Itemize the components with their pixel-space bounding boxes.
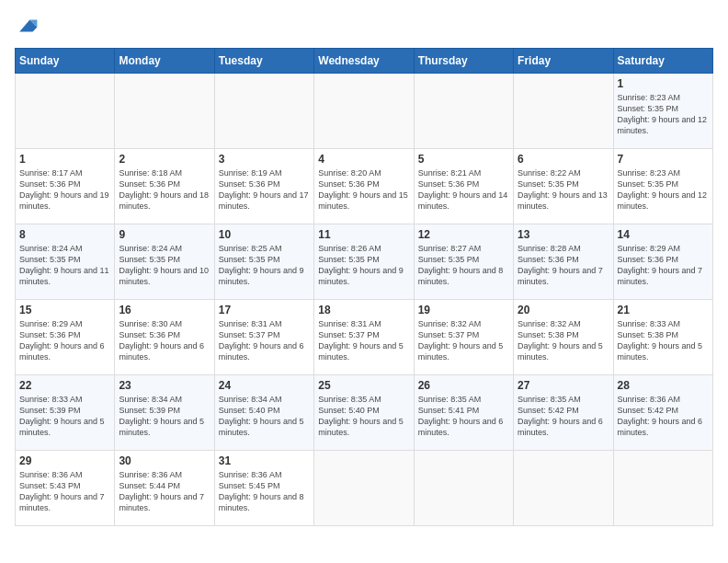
calendar-week-row: 22Sunrise: 8:33 AMSunset: 5:39 PMDayligh… (16, 375, 713, 451)
cell-info: Sunrise: 8:24 AMSunset: 5:35 PMDaylight:… (19, 243, 110, 288)
page-header (15, 15, 713, 37)
day-number: 23 (119, 379, 210, 392)
calendar-cell: 28Sunrise: 8:36 AMSunset: 5:42 PMDayligh… (613, 375, 712, 451)
day-number: 15 (19, 304, 110, 316)
day-header: Wednesday (314, 49, 414, 74)
day-number: 31 (219, 454, 310, 467)
calendar-cell: 23Sunrise: 8:34 AMSunset: 5:39 PMDayligh… (115, 375, 214, 451)
calendar-cell: 20Sunrise: 8:32 AMSunset: 5:38 PMDayligh… (514, 300, 613, 375)
day-number: 29 (19, 454, 110, 467)
calendar-cell (414, 74, 513, 149)
day-number: 27 (518, 379, 609, 392)
calendar-cell: 18Sunrise: 8:31 AMSunset: 5:37 PMDayligh… (314, 300, 414, 375)
day-number: 26 (418, 379, 509, 392)
day-number: 3 (219, 153, 310, 166)
day-number: 20 (518, 304, 609, 316)
calendar-cell: 13Sunrise: 8:28 AMSunset: 5:36 PMDayligh… (514, 224, 613, 300)
calendar-cell: 14Sunrise: 8:29 AMSunset: 5:36 PMDayligh… (613, 224, 712, 300)
day-header: Sunday (16, 49, 115, 74)
cell-info: Sunrise: 8:25 AMSunset: 5:35 PMDaylight:… (219, 243, 310, 288)
day-number: 10 (219, 228, 310, 241)
logo-icon (17, 15, 39, 37)
calendar-cell: 21Sunrise: 8:33 AMSunset: 5:38 PMDayligh… (613, 300, 712, 375)
day-number: 18 (318, 304, 409, 316)
calendar-cell (314, 74, 414, 149)
calendar-cell: 27Sunrise: 8:35 AMSunset: 5:42 PMDayligh… (514, 375, 613, 451)
calendar-cell (414, 451, 513, 526)
cell-info: Sunrise: 8:35 AMSunset: 5:42 PMDaylight:… (518, 394, 609, 439)
day-number: 24 (219, 379, 310, 392)
day-header: Friday (514, 49, 613, 74)
calendar-cell: 17Sunrise: 8:31 AMSunset: 5:37 PMDayligh… (214, 300, 313, 375)
day-number: 11 (318, 228, 409, 241)
day-number: 17 (219, 304, 310, 316)
calendar-cell: 7Sunrise: 8:23 AMSunset: 5:35 PMDaylight… (613, 149, 712, 224)
calendar-cell (115, 74, 214, 149)
day-number: 28 (618, 379, 709, 392)
calendar-cell: 19Sunrise: 8:32 AMSunset: 5:37 PMDayligh… (414, 300, 513, 375)
calendar-cell: 22Sunrise: 8:33 AMSunset: 5:39 PMDayligh… (16, 375, 115, 451)
calendar-cell (514, 451, 613, 526)
calendar-week-row: 15Sunrise: 8:29 AMSunset: 5:36 PMDayligh… (16, 300, 713, 375)
calendar-cell: 4Sunrise: 8:20 AMSunset: 5:36 PMDaylight… (314, 149, 414, 224)
cell-info: Sunrise: 8:18 AMSunset: 5:36 PMDaylight:… (119, 167, 210, 213)
calendar-cell: 15Sunrise: 8:29 AMSunset: 5:36 PMDayligh… (16, 300, 115, 375)
calendar-cell: 10Sunrise: 8:25 AMSunset: 5:35 PMDayligh… (214, 224, 313, 300)
calendar-cell (16, 74, 115, 149)
calendar-cell: 25Sunrise: 8:35 AMSunset: 5:40 PMDayligh… (314, 375, 414, 451)
cell-info: Sunrise: 8:35 AMSunset: 5:40 PMDaylight:… (318, 394, 409, 439)
day-number: 6 (518, 153, 609, 166)
calendar-cell: 26Sunrise: 8:35 AMSunset: 5:41 PMDayligh… (414, 375, 513, 451)
calendar-header-row: SundayMondayTuesdayWednesdayThursdayFrid… (16, 49, 713, 74)
day-number: 22 (19, 379, 110, 392)
cell-info: Sunrise: 8:33 AMSunset: 5:38 PMDaylight:… (618, 318, 709, 363)
day-number: 16 (119, 304, 210, 316)
day-number: 1 (618, 77, 709, 90)
calendar-cell: 8Sunrise: 8:24 AMSunset: 5:35 PMDaylight… (16, 224, 115, 300)
cell-info: Sunrise: 8:32 AMSunset: 5:38 PMDaylight:… (518, 318, 609, 363)
cell-info: Sunrise: 8:35 AMSunset: 5:41 PMDaylight:… (418, 394, 509, 439)
cell-info: Sunrise: 8:26 AMSunset: 5:35 PMDaylight:… (318, 243, 409, 288)
calendar-cell (314, 451, 414, 526)
day-number: 14 (618, 228, 709, 241)
day-number: 13 (518, 228, 609, 241)
day-number: 12 (418, 228, 509, 241)
day-number: 1 (19, 153, 110, 166)
day-number: 8 (19, 228, 110, 241)
day-number: 25 (318, 379, 409, 392)
cell-info: Sunrise: 8:17 AMSunset: 5:36 PMDaylight:… (19, 167, 110, 213)
day-number: 2 (119, 153, 210, 166)
cell-info: Sunrise: 8:31 AMSunset: 5:37 PMDaylight:… (318, 318, 409, 363)
calendar-cell: 11Sunrise: 8:26 AMSunset: 5:35 PMDayligh… (314, 224, 414, 300)
cell-info: Sunrise: 8:32 AMSunset: 5:37 PMDaylight:… (418, 318, 509, 363)
cell-info: Sunrise: 8:34 AMSunset: 5:40 PMDaylight:… (219, 394, 310, 439)
cell-info: Sunrise: 8:29 AMSunset: 5:36 PMDaylight:… (19, 318, 110, 363)
calendar-cell: 12Sunrise: 8:27 AMSunset: 5:35 PMDayligh… (414, 224, 513, 300)
cell-info: Sunrise: 8:33 AMSunset: 5:39 PMDaylight:… (19, 394, 110, 439)
calendar-week-row: 1Sunrise: 8:23 AMSunset: 5:35 PMDaylight… (16, 74, 713, 149)
calendar-cell: 29Sunrise: 8:36 AMSunset: 5:43 PMDayligh… (16, 451, 115, 526)
calendar-cell: 6Sunrise: 8:22 AMSunset: 5:35 PMDaylight… (514, 149, 613, 224)
cell-info: Sunrise: 8:20 AMSunset: 5:36 PMDaylight:… (318, 167, 409, 213)
cell-info: Sunrise: 8:36 AMSunset: 5:45 PMDaylight:… (219, 469, 310, 514)
day-number: 5 (418, 153, 509, 166)
calendar-cell: 16Sunrise: 8:30 AMSunset: 5:36 PMDayligh… (115, 300, 214, 375)
cell-info: Sunrise: 8:22 AMSunset: 5:35 PMDaylight:… (518, 167, 609, 213)
day-header: Thursday (414, 49, 513, 74)
calendar-cell (613, 451, 712, 526)
day-header: Tuesday (214, 49, 313, 74)
cell-info: Sunrise: 8:30 AMSunset: 5:36 PMDaylight:… (119, 318, 210, 363)
calendar-cell: 9Sunrise: 8:24 AMSunset: 5:35 PMDaylight… (115, 224, 214, 300)
cell-info: Sunrise: 8:29 AMSunset: 5:36 PMDaylight:… (618, 243, 709, 288)
cell-info: Sunrise: 8:36 AMSunset: 5:43 PMDaylight:… (19, 469, 110, 514)
day-number: 7 (618, 153, 709, 166)
cell-info: Sunrise: 8:23 AMSunset: 5:35 PMDaylight:… (618, 92, 709, 137)
cell-info: Sunrise: 8:36 AMSunset: 5:44 PMDaylight:… (119, 469, 210, 514)
calendar-cell: 1Sunrise: 8:17 AMSunset: 5:36 PMDaylight… (16, 149, 115, 224)
calendar-cell: 2Sunrise: 8:18 AMSunset: 5:36 PMDaylight… (115, 149, 214, 224)
calendar-cell: 24Sunrise: 8:34 AMSunset: 5:40 PMDayligh… (214, 375, 313, 451)
cell-info: Sunrise: 8:23 AMSunset: 5:35 PMDaylight:… (618, 167, 709, 213)
cell-info: Sunrise: 8:34 AMSunset: 5:39 PMDaylight:… (119, 394, 210, 439)
cell-info: Sunrise: 8:31 AMSunset: 5:37 PMDaylight:… (219, 318, 310, 363)
cell-info: Sunrise: 8:24 AMSunset: 5:35 PMDaylight:… (119, 243, 210, 288)
